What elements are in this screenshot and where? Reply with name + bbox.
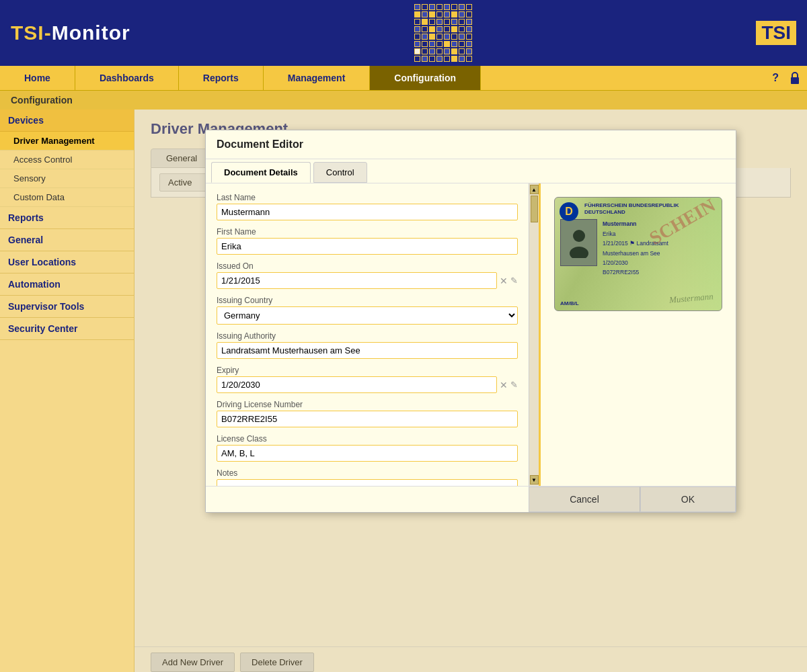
sidebar-section-general[interactable]: General <box>0 229 134 251</box>
sidebar-section-user-locations[interactable]: User Locations <box>0 251 134 274</box>
modal-form: Last Name First Name I <box>206 183 529 486</box>
logo-grid <box>414 4 472 62</box>
sidebar-item-driver-management[interactable]: Driver Management <box>0 132 134 151</box>
issued-on-clear-icon[interactable]: ✕ <box>500 276 508 286</box>
nav-item-management[interactable]: Management <box>264 66 371 90</box>
expiry-clear-icon[interactable]: ✕ <box>500 380 508 390</box>
logo-text: TSI- <box>11 22 52 44</box>
scroll-thumb[interactable] <box>531 196 538 222</box>
expiry-field-group: Expiry ✕ ✎ <box>217 366 518 393</box>
sidebar-item-custom-data[interactable]: Custom Data <box>0 188 134 207</box>
license-class-input[interactable] <box>217 445 518 462</box>
modal-tab-bar: Document Details Control <box>206 159 736 183</box>
license-number-input[interactable] <box>217 411 518 427</box>
modal-tab-control[interactable]: Control <box>313 162 367 183</box>
id-card-category: AM/B/L <box>560 300 579 306</box>
main-content: Driver Management General Identification… <box>134 110 807 672</box>
issuing-authority-input[interactable] <box>217 342 518 359</box>
issued-on-input[interactable] <box>217 272 497 289</box>
issued-on-edit-icon[interactable]: ✎ <box>510 276 518 286</box>
sidebar-section-supervisor-tools[interactable]: Supervisor Tools <box>0 296 134 318</box>
notes-textarea[interactable] <box>217 479 518 486</box>
id-card-info: Mustermann Erika 1/21/2015 ⚑ Landratsamt… <box>603 219 716 278</box>
nav-item-dashboards[interactable]: Dashboards <box>75 66 179 90</box>
first-name-label: First Name <box>217 227 518 237</box>
notes-label: Notes <box>217 468 518 478</box>
id-card-photo <box>560 219 597 266</box>
id-card-preview-panel: D FÜHRERSCHEIN BUNDESREPUBLIK DEUTSCHLAN… <box>541 183 736 486</box>
sidebar: Devices Driver Management Access Control… <box>0 110 134 672</box>
sidebar-section-security-center[interactable]: Security Center <box>0 318 134 340</box>
scroll-up-arrow[interactable]: ▲ <box>530 185 539 194</box>
issued-on-label: Issued On <box>217 261 518 271</box>
logo-text2: Monitor <box>52 22 130 44</box>
license-class-field-group: License Class <box>217 434 518 462</box>
modal-footer: Cancel OK <box>206 486 736 512</box>
config-bar: Configuration <box>0 91 807 110</box>
sidebar-section-automation[interactable]: Automation <box>0 274 134 296</box>
first-name-input[interactable] <box>217 238 518 255</box>
app-logo: TSI-Monitor <box>11 22 130 44</box>
svg-point-2 <box>570 247 588 258</box>
last-name-input[interactable] <box>217 204 518 220</box>
svg-rect-0 <box>791 77 799 84</box>
expiry-edit-icon[interactable]: ✎ <box>510 380 518 390</box>
nav-item-configuration[interactable]: Configuration <box>370 66 481 90</box>
license-number-field-group: Driving License Number <box>217 400 518 427</box>
license-class-label: License Class <box>217 434 518 444</box>
id-card: D FÜHRERSCHEIN BUNDESREPUBLIK DEUTSCHLAN… <box>554 197 722 311</box>
expiry-label: Expiry <box>217 366 518 375</box>
issuing-country-label: Issuing Country <box>217 296 518 305</box>
issuing-country-select[interactable]: Germany Austria Switzerland <box>217 306 518 325</box>
svg-point-1 <box>573 230 585 242</box>
sidebar-section-devices[interactable]: Devices <box>0 110 134 132</box>
scroll-down-arrow[interactable]: ▼ <box>530 475 539 485</box>
first-name-field-group: First Name <box>217 227 518 255</box>
expiry-input[interactable] <box>217 376 497 393</box>
nav-help-icon[interactable]: ? <box>768 66 783 90</box>
modal-dialog: Document Editor Document Details Control <box>205 130 736 513</box>
header: TSI-Monitor <box>0 0 807 66</box>
nav-item-reports[interactable]: Reports <box>179 66 264 90</box>
issuing-authority-label: Issuing Authority <box>217 331 518 341</box>
nav-lock-icon[interactable] <box>783 66 807 90</box>
id-card-title: FÜHRERSCHEIN BUNDESREPUBLIK DEUTSCHLAND <box>584 202 716 215</box>
issuing-authority-field-group: Issuing Authority <box>217 331 518 359</box>
modal-tab-document-details[interactable]: Document Details <box>211 162 311 183</box>
sidebar-item-sensory[interactable]: Sensory <box>0 169 134 188</box>
eu-symbol: D <box>565 206 573 218</box>
last-name-field-group: Last Name <box>217 193 518 220</box>
nav-bar: Home Dashboards Reports Management Confi… <box>0 66 807 91</box>
modal-overlay: Document Editor Document Details Control <box>134 110 807 672</box>
notes-field-group: Notes <box>217 468 518 486</box>
ok-button[interactable]: OK <box>640 487 736 512</box>
cancel-button[interactable]: Cancel <box>529 487 640 512</box>
license-number-label: Driving License Number <box>217 400 518 409</box>
form-scrollbar[interactable]: ▲ ▼ <box>529 183 539 486</box>
sidebar-section-reports[interactable]: Reports <box>0 207 134 229</box>
tsi-logo-text: TSI <box>756 21 796 45</box>
issuing-country-field-group: Issuing Country Germany Austria Switzerl… <box>217 296 518 325</box>
last-name-label: Last Name <box>217 193 518 202</box>
sidebar-item-access-control[interactable]: Access Control <box>0 151 134 169</box>
modal-header: Document Editor <box>206 130 736 159</box>
id-card-signature: Mustermann <box>669 291 714 306</box>
issued-on-field-group: Issued On ✕ ✎ <box>217 261 518 289</box>
modal-body: Last Name First Name I <box>206 183 736 486</box>
nav-item-home[interactable]: Home <box>0 66 75 90</box>
